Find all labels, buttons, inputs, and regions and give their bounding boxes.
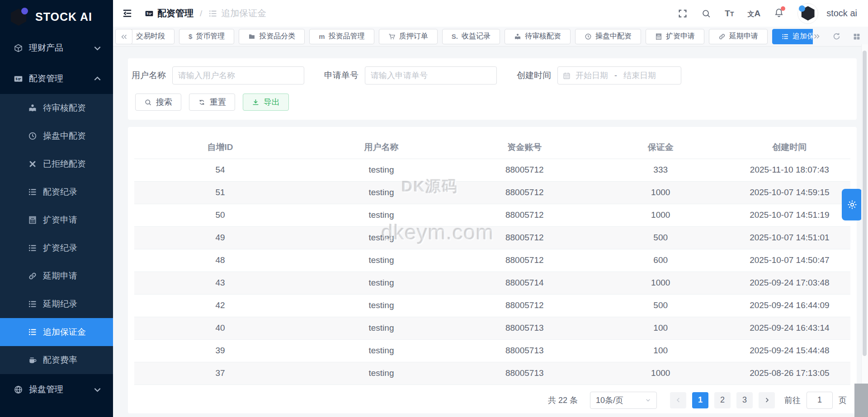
sidebar-item-delay-records[interactable]: 延期纪录 [0,290,113,318]
cell-created: 2025-10-07 14:51:01 [729,226,850,249]
user-name[interactable]: stock ai [826,8,857,19]
tabs-scroll-right-button[interactable] [813,33,821,40]
export-button[interactable]: 导出 [243,94,289,111]
search-button-label: 搜索 [156,97,172,108]
cell-username: testing [306,317,457,339]
page-size-select[interactable]: 10条/页 [590,392,657,409]
cell-id: 48 [134,249,306,272]
avatar[interactable] [797,3,818,24]
chevron-down-icon [93,385,102,394]
data-table-panel: 自增ID 用户名称 资金账号 保证金 创建时间 54testing8800571… [128,127,857,413]
pagination-total: 共 22 条 [548,395,578,406]
tab-delay-apply[interactable]: 延期申请 [709,29,768,44]
cell-margin: 500 [593,226,729,249]
font-size-icon[interactable]: TT [725,9,734,19]
sidebar-item-rejected[interactable]: 已拒绝配资 [0,150,113,178]
tab-pending-review[interactable]: 待审核配资 [505,29,571,44]
tab-currency-management[interactable]: $ 货币管理 [179,29,234,44]
cell-margin: 600 [593,249,729,272]
page-button-1[interactable]: 1 [692,392,708,408]
top-bar: $ 配资管理 / 追加保证金 TT 文A stock ai [113,0,868,27]
sidebar-item-label: 已拒绝配资 [43,158,86,170]
cell-id: 43 [134,272,306,294]
dollar-icon: $ [189,33,192,40]
table-row: 37testing8800571310002025-08-26 17:13:05 [134,362,850,384]
cell-username: testing [306,204,457,226]
cell-id: 40 [134,317,306,339]
cell-id: 49 [134,226,306,249]
cell-username: testing [306,159,457,181]
sidebar-item-pending-review[interactable]: 待审核配资 [0,94,113,122]
tab-pledge-orders[interactable]: 质押订单 [379,29,438,44]
search-icon [144,98,152,106]
sidebar-item-delay-apply[interactable]: 延期申请 [0,262,113,290]
breadcrumb: $ 配资管理 / 追加保证金 [145,7,266,19]
username-input[interactable] [172,66,304,84]
sidebar: STOCK AI 理财产品 $ 配资管理 待审核配资 操盘中配资 已拒绝配资 [0,0,113,417]
sidebar-item-licai-products[interactable]: 理财产品 [0,33,113,63]
cell-account: 88005713 [457,362,593,384]
date-separator: - [614,71,617,80]
tab-investment-management[interactable]: m 投资品管理 [309,29,374,44]
grid-icon [853,33,861,41]
prev-page-button[interactable] [670,392,686,408]
column-header-created: 创建时间 [729,136,850,159]
sidebar-item-label: 理财产品 [29,42,63,54]
calendar-icon [562,71,571,80]
tab-operating[interactable]: 操盘中配资 [575,29,641,44]
tab-expand-apply[interactable]: 扩资申请 [646,29,704,44]
reset-button[interactable]: 重置 [189,94,235,111]
sidebar-item-expand-apply[interactable]: 扩资申请 [0,206,113,234]
page-button-3[interactable]: 3 [736,392,753,408]
app-logo: STOCK AI [0,0,113,29]
tab-layout-button[interactable] [853,33,861,41]
list-icon [208,9,217,18]
breadcrumb-section[interactable]: $ 配资管理 [145,7,193,19]
cell-margin: 100 [593,317,729,339]
tab-investment-categories[interactable]: 投资品分类 [239,29,305,44]
search-icon[interactable] [701,9,711,19]
fullscreen-icon[interactable] [678,9,688,19]
cell-account: 88005712 [457,204,593,226]
filter-created-time: 创建时间 开始日期 - 结束日期 [517,66,681,84]
search-button[interactable]: 搜索 [135,94,181,111]
tab-margin-call[interactable]: 追加保证金 [772,29,813,44]
created-time-label: 创建时间 [517,70,551,81]
tab-label: 质押订单 [399,32,428,41]
sidebar-item-peizi-records[interactable]: 配资纪录 [0,178,113,206]
goto-page-input[interactable] [807,392,833,409]
next-page-button[interactable] [759,392,775,408]
sidebar-item-operating[interactable]: 操盘中配资 [0,122,113,150]
list-icon [28,328,37,337]
page-unit-label: 页 [839,395,847,406]
sidebar-item-margin-call[interactable]: 追加保证金 [0,318,113,346]
translate-icon[interactable]: 文A [747,9,760,19]
sidebar-collapse-button[interactable] [120,7,134,20]
sidebar-item-peizi-management[interactable]: $ 配资管理 [0,63,113,94]
calculator-icon [655,33,662,40]
settings-fab-button[interactable] [842,189,862,220]
filter-panel: 用户名称 申请单号 创建时间 开始日期 - 结束日期 [128,58,857,120]
cell-account: 88005712 [457,249,593,272]
sidebar-item-peizi-rates[interactable]: 配资费率 [0,346,113,374]
tab-earnings-records[interactable]: S. 收益记录 [442,29,500,44]
tab-label: 货币管理 [196,32,225,41]
sidebar-item-caopan-management[interactable]: 操盘管理 [0,374,113,405]
clock-icon [585,33,592,40]
orderno-label: 申请单号 [324,70,359,81]
main-area: $ 配资管理 / 追加保证金 TT 文A stock ai [113,0,868,417]
date-range-picker[interactable]: 开始日期 - 结束日期 [557,66,681,84]
vertical-scrollbar[interactable] [861,44,868,417]
page-button-2[interactable]: 2 [714,392,731,408]
notifications-button[interactable] [774,8,784,19]
orderno-input[interactable] [365,66,497,84]
cell-created: 2025-10-07 14:51:19 [729,204,850,226]
scrollbar-thumb[interactable] [863,51,867,356]
table-header-row: 自增ID 用户名称 资金账号 保证金 创建时间 [134,136,850,159]
sidebar-item-expand-records[interactable]: 扩资纪录 [0,234,113,262]
sidebar-item-label: 配资纪录 [43,186,77,198]
calculator-icon [28,216,37,225]
tabs-scroll-left-button[interactable] [115,29,132,44]
refresh-button[interactable] [832,32,841,41]
refresh-icon [832,32,841,41]
